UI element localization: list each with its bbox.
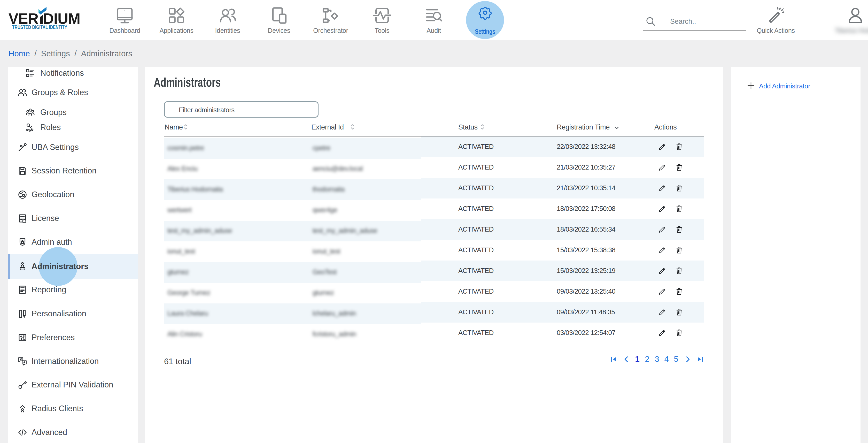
svg-text:TRUSTED DIGITAL IDENTITY: TRUSTED DIGITAL IDENTITY xyxy=(12,24,67,30)
